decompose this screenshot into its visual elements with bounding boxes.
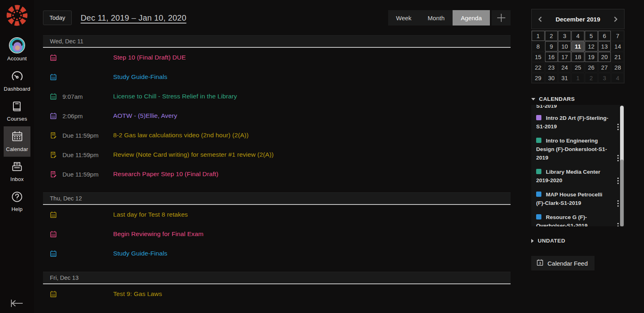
mini-calendar-day-24[interactable]: 24 bbox=[558, 62, 571, 72]
mini-calendar-day-11[interactable]: 11 bbox=[571, 41, 584, 51]
mini-calendar-day-9[interactable]: 9 bbox=[545, 41, 558, 51]
view-button-agenda[interactable]: Agenda bbox=[453, 10, 490, 26]
agenda-day-header: Thu, Dec 12 bbox=[43, 192, 511, 205]
mini-calendar-day-8[interactable]: 8 bbox=[532, 41, 545, 51]
mini-calendar-day-22[interactable]: 22 bbox=[532, 62, 545, 72]
calendar-list-item[interactable]: Intro 2D Art (F)-Sterling-S1-2019 bbox=[536, 111, 612, 133]
calendar-list-item-label: Intro 2D Art (F)-Sterling-S1-2019 bbox=[536, 115, 608, 130]
sidebar-item-inbox[interactable]: Inbox bbox=[4, 157, 30, 187]
mini-calendar-day-18[interactable]: 18 bbox=[571, 52, 584, 62]
mini-calendar-header: December 2019 bbox=[531, 9, 625, 29]
calendar-list-item[interactable]: Intro to Engineering Design (F)-Donkersl… bbox=[536, 133, 612, 164]
calendars-section-toggle[interactable]: CALENDARS bbox=[531, 96, 625, 102]
canvas-calendar-app: AccountDashboardCoursesCalendarInboxHelp… bbox=[0, 0, 644, 313]
mini-calendar-day-1-next-month[interactable]: 1 bbox=[571, 73, 584, 83]
sidebar-item-dashboard[interactable]: Dashboard bbox=[4, 66, 30, 96]
mini-calendar-day-1[interactable]: 1 bbox=[532, 31, 545, 41]
event-time: Due 11:59pm bbox=[62, 132, 113, 139]
calendar-icon bbox=[11, 130, 24, 144]
mini-calendar-day-10[interactable]: 10 bbox=[558, 41, 571, 51]
agenda-event-row[interactable]: Test 9: Gas Laws bbox=[43, 284, 511, 304]
mini-calendar-day-28[interactable]: 28 bbox=[611, 62, 624, 72]
sidebar-item-help[interactable]: Help bbox=[4, 187, 30, 217]
kebab-menu-button[interactable] bbox=[617, 123, 619, 130]
today-button[interactable]: Today bbox=[43, 11, 72, 25]
agenda-event-row[interactable]: Due 11:59pmReview (Note Card writing) fo… bbox=[43, 145, 511, 164]
mini-calendar-day-5[interactable]: 5 bbox=[585, 31, 598, 41]
agenda-event-row[interactable]: Step 10 (Final Draft) DUE bbox=[43, 48, 511, 67]
mini-calendar-day-15[interactable]: 15 bbox=[532, 52, 545, 62]
mini-calendar-day-17[interactable]: 17 bbox=[558, 52, 571, 62]
calendar-list-item[interactable]: MAP House Petrocelli (F)-Clark-S1-2019 bbox=[536, 187, 612, 210]
date-range-heading[interactable]: Dec 11, 2019 – Jan 10, 2020 bbox=[81, 13, 187, 23]
mini-calendar-day-4[interactable]: 4 bbox=[571, 31, 584, 41]
kebab-menu-button[interactable] bbox=[617, 200, 619, 207]
agenda-event-row[interactable]: Due 11:59pm8-2 Gas law calculations vide… bbox=[43, 126, 511, 145]
calendar-event-icon bbox=[50, 93, 57, 100]
canvas-logo[interactable] bbox=[5, 0, 29, 33]
sidebar-item-label: Courses bbox=[7, 116, 27, 122]
collapse-nav-button[interactable] bbox=[0, 299, 34, 308]
courses-icon bbox=[11, 100, 23, 113]
sidebar-item-account[interactable]: Account bbox=[4, 33, 30, 66]
mini-calendar-day-30[interactable]: 30 bbox=[545, 73, 558, 83]
event-title: AOTW - (5)Ellie, Avery bbox=[113, 112, 177, 119]
agenda-event-row[interactable]: 2:06pmAOTW - (5)Ellie, Avery bbox=[43, 106, 511, 126]
event-title: Last day for Test 8 retakes bbox=[113, 211, 188, 218]
agenda-event-row[interactable]: Study Guide-Finals bbox=[43, 67, 511, 87]
calendars-scrollbar-thumb[interactable] bbox=[620, 160, 624, 226]
event-title: Begin Reviewing for Final Exam bbox=[113, 230, 204, 238]
calendar-event-icon bbox=[50, 211, 57, 218]
event-time: 9:07am bbox=[62, 93, 113, 100]
view-button-week[interactable]: Week bbox=[388, 10, 420, 26]
previous-month-button[interactable] bbox=[538, 16, 542, 22]
mini-calendar-day-25[interactable]: 25 bbox=[571, 62, 584, 72]
agenda-event-row[interactable]: Due 11:59pmResearch Paper Step 10 (Final… bbox=[43, 164, 511, 184]
mini-calendar-day-23[interactable]: 23 bbox=[545, 62, 558, 72]
mini-calendar-day-26[interactable]: 26 bbox=[585, 62, 598, 72]
agenda-event-row[interactable]: Begin Reviewing for Final Exam bbox=[43, 224, 511, 244]
sidebar-item-calendar[interactable]: Calendar bbox=[4, 126, 30, 157]
calendar-list-item-label: Resource G (F)-Overholser-S1-2019 bbox=[536, 214, 588, 226]
agenda-event-row[interactable]: Last day for Test 8 retakes bbox=[43, 205, 511, 224]
mini-calendar-day-19[interactable]: 19 bbox=[585, 52, 598, 62]
kebab-menu-button[interactable] bbox=[617, 223, 619, 226]
mini-calendar-day-3-next-month[interactable]: 3 bbox=[598, 73, 611, 83]
view-button-month[interactable]: Month bbox=[420, 10, 453, 26]
mini-calendar-day-20[interactable]: 20 bbox=[598, 52, 611, 62]
calendar-list-item-label: S1-2019 bbox=[536, 105, 612, 110]
agenda-event-row[interactable]: 9:07amLicense to Chill - Stress Relief i… bbox=[43, 87, 511, 106]
mini-calendar-day-12[interactable]: 12 bbox=[585, 41, 598, 51]
calendar-list-item[interactable]: Resource G (F)-Overholser-S1-2019 bbox=[536, 210, 612, 226]
add-event-button[interactable] bbox=[492, 10, 511, 26]
next-month-button[interactable] bbox=[614, 16, 618, 22]
mini-calendar-day-3[interactable]: 3 bbox=[558, 31, 571, 41]
mini-calendar-day-6[interactable]: 6 bbox=[598, 31, 611, 41]
agenda-day-header: Fri, Dec 13 bbox=[43, 272, 511, 284]
mini-calendar-day-16[interactable]: 16 bbox=[545, 52, 558, 62]
kebab-menu-button[interactable] bbox=[617, 177, 619, 184]
calendar-event-icon bbox=[50, 54, 57, 61]
calendar-color-swatch bbox=[536, 169, 541, 174]
mini-calendar-day-27[interactable]: 27 bbox=[598, 62, 611, 72]
mini-calendar-day-31[interactable]: 31 bbox=[558, 73, 571, 83]
calendar-list-item-clipped[interactable]: S1-2019 bbox=[536, 105, 612, 111]
undated-section-toggle[interactable]: UNDATED bbox=[531, 238, 625, 244]
sidebar-item-courses[interactable]: Courses bbox=[4, 96, 30, 126]
agenda-event-row[interactable]: Study Guide-Finals bbox=[43, 244, 511, 263]
kebab-menu-button[interactable] bbox=[617, 155, 619, 162]
calendar-list-item[interactable]: Library Media Center 2019-2020 bbox=[536, 164, 612, 187]
calendar-feed-button[interactable]: 3 Calendar Feed bbox=[531, 256, 595, 270]
mini-calendar-day-29[interactable]: 29 bbox=[532, 73, 545, 83]
mini-calendar-day-2[interactable]: 2 bbox=[545, 31, 558, 41]
mini-calendar-day-13[interactable]: 13 bbox=[598, 41, 611, 51]
calendar-event-icon bbox=[50, 93, 57, 100]
mini-calendar-day-14[interactable]: 14 bbox=[611, 41, 624, 51]
mini-calendar-day-2-next-month[interactable]: 2 bbox=[585, 73, 598, 83]
mini-calendar-day-7[interactable]: 7 bbox=[611, 31, 624, 41]
assignment-icon bbox=[50, 151, 57, 158]
agenda-list: Wed, Dec 11Step 10 (Final Draft) DUEStud… bbox=[43, 35, 531, 304]
mini-calendar-day-21[interactable]: 21 bbox=[611, 52, 624, 62]
event-title: Research Paper Step 10 (Final Draft) bbox=[113, 170, 218, 178]
mini-calendar-day-4-next-month[interactable]: 4 bbox=[611, 73, 624, 83]
